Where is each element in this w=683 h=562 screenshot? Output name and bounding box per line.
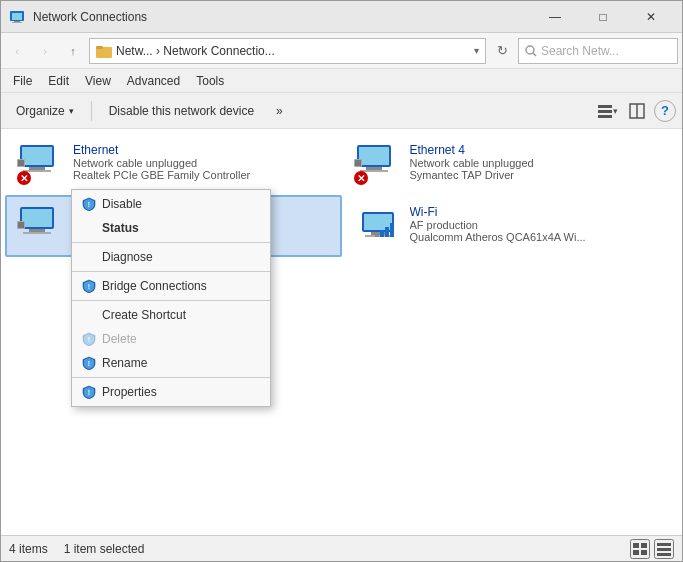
refresh-button[interactable]: ↻ xyxy=(490,39,514,63)
ctx-rename[interactable]: ! Rename xyxy=(72,351,270,375)
wifi-info: Wi-Fi AF production Qualcomm Atheros QCA… xyxy=(410,205,667,243)
more-options-button[interactable]: » xyxy=(267,98,292,124)
ethernet4-icon-wrap: ✕ xyxy=(354,143,402,185)
help-button[interactable]: ? xyxy=(654,100,676,122)
address-text: Netw... › Network Connectio... xyxy=(116,44,470,58)
shield-icon-bridge: ! xyxy=(82,279,96,293)
title-bar-controls: — □ ✕ xyxy=(532,1,674,33)
ctx-create-shortcut[interactable]: Create Shortcut xyxy=(72,303,270,327)
network-item-ethernet[interactable]: ✕ Ethernet Network cable unplugged Realt… xyxy=(5,133,342,195)
ethernet-info: Ethernet Network cable unplugged Realtek… xyxy=(73,143,330,181)
svg-rect-46 xyxy=(633,550,639,555)
menu-tools[interactable]: Tools xyxy=(188,72,232,90)
view-icon xyxy=(597,103,613,119)
svg-rect-36 xyxy=(385,227,389,237)
ethernet-icon-wrap: ✕ xyxy=(17,143,65,185)
up-button[interactable]: ↑ xyxy=(61,39,85,63)
toolbar-right: ▾ ? xyxy=(594,98,676,124)
status-view-btn2[interactable] xyxy=(654,539,674,559)
forward-button[interactable]: › xyxy=(33,39,57,63)
menu-edit[interactable]: Edit xyxy=(40,72,77,90)
svg-rect-47 xyxy=(641,550,647,555)
svg-text:!: ! xyxy=(88,360,90,367)
search-placeholder: Search Netw... xyxy=(541,44,619,58)
network-item-ethernet4[interactable]: ✕ Ethernet 4 Network cable unplugged Sym… xyxy=(342,133,679,195)
ethernet4-status-x: ✕ xyxy=(354,171,368,185)
svg-rect-10 xyxy=(598,115,612,118)
ethernet-status: Network cable unplugged xyxy=(73,157,330,169)
menu-bar: File Edit View Advanced Tools xyxy=(1,69,682,93)
svg-rect-50 xyxy=(657,553,671,556)
svg-rect-28 xyxy=(23,232,51,234)
disable-network-button[interactable]: Disable this network device xyxy=(100,98,263,124)
svg-line-7 xyxy=(533,53,536,56)
svg-rect-21 xyxy=(366,167,382,170)
svg-rect-24 xyxy=(355,160,361,166)
ctx-separator-4 xyxy=(72,377,270,378)
item-count: 4 items xyxy=(9,542,48,556)
search-icon xyxy=(525,45,537,57)
status-grid-icon xyxy=(632,542,648,556)
ctx-delete: ! Delete xyxy=(72,327,270,351)
svg-rect-49 xyxy=(657,548,671,551)
svg-rect-5 xyxy=(96,46,103,49)
minimize-button[interactable]: — xyxy=(532,1,578,33)
status-view-btn1[interactable] xyxy=(630,539,650,559)
view-options-button[interactable]: ▾ xyxy=(594,98,620,124)
ctx-properties[interactable]: ! Properties xyxy=(72,380,270,404)
ctx-diagnose[interactable]: Diagnose xyxy=(72,245,270,269)
wifi-name: Wi-Fi xyxy=(410,205,667,219)
ctx-disable[interactable]: ! Disable xyxy=(72,192,270,216)
address-dropdown-arrow[interactable]: ▾ xyxy=(474,45,479,56)
window: Network Connections — □ ✕ ‹ › ↑ Netw... … xyxy=(0,0,683,562)
wifi-adapter: Qualcomm Atheros QCA61x4A Wi... xyxy=(410,231,667,243)
address-field[interactable]: Netw... › Network Connectio... ▾ xyxy=(89,38,486,64)
menu-advanced[interactable]: Advanced xyxy=(119,72,188,90)
ctx-separator-3 xyxy=(72,300,270,301)
svg-rect-18 xyxy=(18,160,24,166)
network-item-wifi[interactable]: Wi-Fi AF production Qualcomm Atheros QCA… xyxy=(342,195,679,257)
address-bar: ‹ › ↑ Netw... › Network Connectio... ▾ ↻… xyxy=(1,33,682,69)
svg-rect-26 xyxy=(22,209,52,227)
svg-rect-14 xyxy=(22,147,52,165)
shield-icon-disable: ! xyxy=(82,197,96,211)
svg-rect-27 xyxy=(29,229,45,232)
ethernet4-info: Ethernet 4 Network cable unplugged Syman… xyxy=(410,143,667,181)
close-button[interactable]: ✕ xyxy=(628,1,674,33)
ethernet-name: Ethernet xyxy=(73,143,330,157)
search-box[interactable]: Search Netw... xyxy=(518,38,678,64)
selected-count: 1 item selected xyxy=(64,542,145,556)
ctx-separator-1 xyxy=(72,242,270,243)
svg-text:!: ! xyxy=(88,389,90,396)
ctx-bridge-connections[interactable]: ! Bridge Connections xyxy=(72,274,270,298)
svg-rect-3 xyxy=(12,22,22,23)
ethernet4-name: Ethernet 4 xyxy=(410,143,667,157)
ctx-status[interactable]: Status xyxy=(72,216,270,240)
svg-rect-9 xyxy=(598,110,612,113)
svg-point-6 xyxy=(526,46,534,54)
reading-pane-button[interactable] xyxy=(624,98,650,124)
svg-rect-45 xyxy=(641,543,647,548)
pane-icon xyxy=(629,103,645,119)
svg-rect-38 xyxy=(375,233,379,237)
main-content: ✕ Ethernet Network cable unplugged Realt… xyxy=(1,129,682,535)
svg-rect-20 xyxy=(359,147,389,165)
ethernet-status-x: ✕ xyxy=(17,171,31,185)
shield-icon-properties: ! xyxy=(82,385,96,399)
svg-rect-37 xyxy=(390,223,394,237)
menu-view[interactable]: View xyxy=(77,72,119,90)
maximize-button[interactable]: □ xyxy=(580,1,626,33)
ethernet4-adapter: Symantec TAP Driver xyxy=(410,169,667,181)
wifi-icon-wrap xyxy=(354,205,402,247)
ethernet6-computer-icon xyxy=(17,205,57,241)
organize-button[interactable]: Organize ▾ xyxy=(7,98,83,124)
svg-rect-15 xyxy=(29,167,45,170)
status-list-icon xyxy=(656,542,672,556)
back-button[interactable]: ‹ xyxy=(5,39,29,63)
svg-text:!: ! xyxy=(88,283,90,290)
wifi-status: AF production xyxy=(410,219,667,231)
svg-text:!: ! xyxy=(88,336,90,343)
ethernet6-icon-wrap xyxy=(17,205,65,247)
menu-file[interactable]: File xyxy=(5,72,40,90)
ethernet-adapter: Realtek PCIe GBE Family Controller xyxy=(73,169,330,181)
